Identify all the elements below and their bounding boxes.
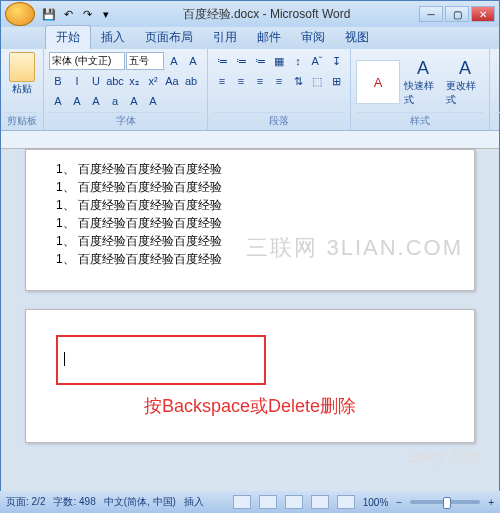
tab-view[interactable]: 视图 xyxy=(335,26,379,49)
instruction-text: 按Backspace或Delete删除 xyxy=(56,393,444,420)
ruler[interactable] xyxy=(1,131,499,149)
view-outline-button[interactable] xyxy=(311,495,329,509)
group-clipboard: 粘贴 剪贴板 xyxy=(1,49,44,130)
tab-mailings[interactable]: 邮件 xyxy=(247,26,291,49)
zoom-slider[interactable] xyxy=(410,500,480,504)
bottom-watermark: Baicy 经验 xyxy=(408,448,479,467)
font-size-select[interactable]: 五号 xyxy=(126,52,164,70)
quick-styles-icon: A xyxy=(417,58,429,79)
indent-dec-button[interactable]: ▦ xyxy=(270,52,288,70)
change-styles-icon: A xyxy=(459,58,471,79)
changecase-button[interactable]: Aa xyxy=(163,72,181,90)
clear-format-button[interactable]: A xyxy=(87,92,105,110)
watermark: 三联网 3LIAN.COM xyxy=(246,231,463,264)
shrink-font-icon[interactable]: A xyxy=(184,52,202,70)
enclose-button[interactable]: A xyxy=(125,92,143,110)
text-cursor xyxy=(64,352,65,366)
edit-button[interactable]: 🔍 xyxy=(495,52,500,74)
view-draft-button[interactable] xyxy=(337,495,355,509)
group-styles: A A快速样式 A更改样式 样式 xyxy=(351,49,490,130)
underline-button[interactable]: U xyxy=(87,72,105,90)
text-effect-button[interactable]: A xyxy=(144,92,162,110)
sort-button[interactable]: Aˇ xyxy=(308,52,326,70)
page-2[interactable]: 按Backspace或Delete删除 xyxy=(25,309,475,443)
status-mode[interactable]: 插入 xyxy=(184,495,204,509)
paste-icon xyxy=(9,52,35,82)
group-paragraph: ≔ ≔ ≔ ▦ ↕ Aˇ ↧ ≡ ≡ ≡ ≡ ⇅ ⬚ xyxy=(208,49,351,130)
undo-icon[interactable]: ↶ xyxy=(60,6,76,22)
tab-layout[interactable]: 页面布局 xyxy=(135,26,203,49)
style-preview[interactable]: A xyxy=(356,60,400,104)
linespacing-button[interactable]: ⇅ xyxy=(289,72,307,90)
highlight-box xyxy=(56,335,266,385)
align-center-button[interactable]: ≡ xyxy=(232,72,250,90)
view-print-button[interactable] xyxy=(233,495,251,509)
tab-insert[interactable]: 插入 xyxy=(91,26,135,49)
maximize-button[interactable]: ▢ xyxy=(445,6,469,22)
font-color-button[interactable]: A xyxy=(68,92,86,110)
borders-button[interactable]: ⊞ xyxy=(327,72,345,90)
align-right-button[interactable]: ≡ xyxy=(251,72,269,90)
tab-review[interactable]: 审阅 xyxy=(291,26,335,49)
numbering-button[interactable]: ≔ xyxy=(232,52,250,70)
ribbon-tabs: 开始 插入 页面布局 引用 邮件 审阅 视图 xyxy=(1,27,499,49)
bold-button[interactable]: B xyxy=(49,72,67,90)
paste-button[interactable]: 粘贴 xyxy=(6,52,38,96)
window-title: 百度经验.docx - Microsoft Word xyxy=(114,6,419,23)
indent-inc-button[interactable]: ↕ xyxy=(289,52,307,70)
grow-font-icon[interactable]: A xyxy=(165,52,183,70)
bullets-button[interactable]: ≔ xyxy=(213,52,231,70)
status-lang[interactable]: 中文(简体, 中国) xyxy=(104,495,176,509)
list-item[interactable]: 1、 百度经验百度经验百度经验 xyxy=(56,178,444,196)
change-styles-button[interactable]: A更改样式 xyxy=(446,58,484,107)
document-area[interactable]: 1、 百度经验百度经验百度经验 1、 百度经验百度经验百度经验 1、 百度经验百… xyxy=(1,131,499,491)
align-left-button[interactable]: ≡ xyxy=(213,72,231,90)
list-item[interactable]: 1、 百度经验百度经验百度经验 xyxy=(56,160,444,178)
zoom-out-button[interactable]: − xyxy=(396,497,402,508)
ribbon: 粘贴 剪贴板 宋体 (中文正) 五号 A A B I U xyxy=(1,49,499,131)
status-bar: 页面: 2/2 字数: 498 中文(简体, 中国) 插入 100% − + xyxy=(0,491,500,513)
list-item[interactable]: 1、 百度经验百度经验百度经验 xyxy=(56,196,444,214)
group-font: 宋体 (中文正) 五号 A A B I U abc x₂ x² Aa ab xyxy=(44,49,208,130)
subscript-button[interactable]: x₂ xyxy=(125,72,143,90)
showmarks-button[interactable]: ↧ xyxy=(327,52,345,70)
status-page[interactable]: 页面: 2/2 xyxy=(6,495,45,509)
qat-dropdown-icon[interactable]: ▾ xyxy=(98,6,114,22)
chars-border-button[interactable]: a xyxy=(106,92,124,110)
close-button[interactable]: ✕ xyxy=(471,6,495,22)
tab-references[interactable]: 引用 xyxy=(203,26,247,49)
redo-icon[interactable]: ↷ xyxy=(79,6,95,22)
zoom-level[interactable]: 100% xyxy=(363,497,389,508)
quick-access-toolbar: 💾 ↶ ↷ ▾ xyxy=(41,6,114,22)
view-web-button[interactable] xyxy=(285,495,303,509)
phonetic-button[interactable]: ab xyxy=(182,72,200,90)
zoom-in-button[interactable]: + xyxy=(488,497,494,508)
page-1[interactable]: 1、 百度经验百度经验百度经验 1、 百度经验百度经验百度经验 1、 百度经验百… xyxy=(25,149,475,291)
status-words[interactable]: 字数: 498 xyxy=(53,495,95,509)
strike-button[interactable]: abc xyxy=(106,72,124,90)
multilevel-button[interactable]: ≔ xyxy=(251,52,269,70)
superscript-button[interactable]: x² xyxy=(144,72,162,90)
highlight-button[interactable]: A xyxy=(49,92,67,110)
font-name-select[interactable]: 宋体 (中文正) xyxy=(49,52,125,70)
minimize-button[interactable]: ─ xyxy=(419,6,443,22)
shading-button[interactable]: ⬚ xyxy=(308,72,326,90)
list-item[interactable]: 1、 百度经验百度经验百度经验 xyxy=(56,214,444,232)
title-bar: 💾 ↶ ↷ ▾ 百度经验.docx - Microsoft Word ─ ▢ ✕ xyxy=(1,1,499,27)
group-edit: 🔍 编辑 xyxy=(490,49,500,130)
quick-styles-button[interactable]: A快速样式 xyxy=(404,58,442,107)
view-read-button[interactable] xyxy=(259,495,277,509)
justify-button[interactable]: ≡ xyxy=(270,72,288,90)
save-icon[interactable]: 💾 xyxy=(41,6,57,22)
italic-button[interactable]: I xyxy=(68,72,86,90)
office-button[interactable] xyxy=(5,2,35,26)
tab-home[interactable]: 开始 xyxy=(45,25,91,49)
